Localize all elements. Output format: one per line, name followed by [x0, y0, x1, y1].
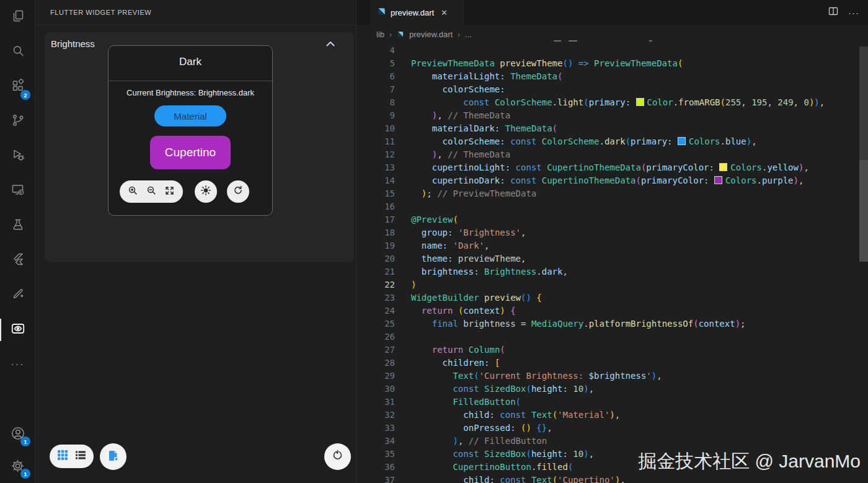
line-number: 11 — [356, 135, 395, 148]
ellipsis-icon: ··· — [11, 359, 25, 370]
code-line-30[interactable]: 30 const SizedBox(height: 10), — [356, 383, 859, 396]
close-tab-icon[interactable]: ✕ — [441, 8, 448, 17]
code-line-18[interactable]: 18 group: 'Brightness', — [356, 226, 859, 239]
code-line-27[interactable]: 27 return Column( — [356, 343, 859, 357]
code-line-4[interactable]: 4 — [356, 44, 859, 57]
split-editor-icon[interactable] — [828, 6, 838, 19]
code-line-31[interactable]: 31 FilledButton( — [356, 396, 859, 409]
code-line-34[interactable]: 34 ), // FilledButton — [356, 435, 859, 448]
code-line-28[interactable]: 28 children: [ — [356, 357, 859, 370]
breadcrumb-symbol[interactable]: ... — [465, 30, 472, 39]
breadcrumb-lib[interactable]: lib — [376, 30, 384, 39]
code-line-6[interactable]: 6 materialLight: ThemeData( — [356, 70, 859, 83]
expand-button[interactable] — [164, 185, 175, 198]
color-swatch[interactable] — [719, 163, 727, 171]
code-line-17[interactable]: 17@Preview( — [356, 213, 859, 226]
scrollbar-thumb[interactable] — [859, 160, 868, 262]
code-line-24[interactable]: 24 return (context) { — [356, 304, 859, 317]
refresh-preview-button[interactable] — [227, 180, 249, 203]
more-activity-button[interactable]: ··· — [0, 347, 35, 382]
sidebar-item-source-control[interactable] — [0, 104, 35, 139]
line-number: 19 — [356, 239, 395, 252]
code-line-22[interactable]: 22) — [356, 278, 859, 291]
code-line-37[interactable]: 37 child: const Text('Cupertino'), — [356, 474, 859, 483]
code-line-12[interactable]: 12 ), // ThemeData — [356, 148, 859, 161]
sidebar-item-code-assist[interactable] — [0, 278, 35, 312]
code-line-16[interactable]: 16 — [356, 200, 859, 213]
tab-preview-dart[interactable]: preview.dart ✕ — [371, 0, 464, 25]
code-line-29[interactable]: 29 Text('Current Brightness: $brightness… — [356, 370, 859, 383]
sidebar-item-search[interactable] — [0, 35, 35, 69]
dart-file-icon — [377, 7, 386, 19]
activity-bar: 2 — [0, 0, 35, 483]
code-line-32[interactable]: 32 child: const Text('Material'), — [356, 409, 859, 422]
line-number: 33 — [356, 422, 395, 435]
material-button[interactable]: Material — [154, 105, 226, 126]
code-editor[interactable]: 45PreviewThemeData previewTheme() => Pre… — [356, 44, 859, 483]
line-number: 10 — [356, 122, 395, 135]
collapse-group-button[interactable] — [325, 40, 336, 48]
line-number: 15 — [356, 187, 395, 200]
breadcrumb-file[interactable]: preview.dart — [409, 30, 453, 39]
code-line-25[interactable]: 25 final brightness = MediaQuery.platfor… — [356, 317, 859, 330]
sidebar-item-remote-explorer[interactable] — [0, 174, 35, 208]
code-line-8[interactable]: 8 const ColorScheme.light(primary: Color… — [356, 96, 859, 109]
file-icon — [107, 450, 120, 464]
accounts-button[interactable]: 1 — [0, 419, 35, 451]
line-number: 7 — [356, 83, 395, 96]
source-control-icon — [11, 113, 25, 130]
sidebar-item-explorer[interactable] — [0, 0, 35, 35]
preview-toolbar — [108, 180, 272, 203]
grid-view-button[interactable] — [57, 450, 68, 463]
editor-group: preview.dart ✕ ··· lib › preview.dart › … — [356, 0, 868, 483]
zoom-out-button[interactable] — [146, 185, 157, 198]
sidebar-title: FLUTTER WIDGET PREVIEW — [50, 9, 151, 16]
sidebar-item-widget-preview[interactable] — [0, 312, 35, 347]
color-swatch[interactable] — [636, 98, 644, 106]
code-line-20[interactable]: 20 theme: previewTheme, — [356, 252, 859, 265]
line-number: 30 — [356, 383, 395, 396]
more-actions-icon[interactable]: ··· — [848, 7, 859, 18]
code-line-14[interactable]: 14 cupertinoDark: const CupertinoThemeDa… — [356, 174, 859, 187]
code-line-33[interactable]: 33 onPressed: () {}, — [356, 422, 859, 435]
code-line-26[interactable]: 26 — [356, 330, 859, 343]
breadcrumb: lib › preview.dart › ... — [356, 25, 868, 44]
line-number: 14 — [356, 174, 395, 187]
code-line-13[interactable]: 13 cupertinoLight: const CupertinoThemeD… — [356, 161, 859, 174]
code-line-23[interactable]: 23WidgetBuilder preview() { — [356, 291, 859, 304]
sidebar-item-run-debug[interactable] — [0, 139, 35, 174]
cupertino-button[interactable]: Cupertino — [150, 136, 231, 169]
sidebar-item-flutter[interactable] — [0, 243, 35, 278]
line-number: 28 — [356, 357, 395, 370]
zoom-in-button[interactable] — [128, 185, 138, 198]
line-number: 21 — [356, 265, 395, 278]
code-line-19[interactable]: 19 name: 'Dark', — [356, 239, 859, 252]
color-swatch[interactable] — [714, 176, 722, 184]
line-number: 4 — [356, 44, 395, 57]
code-line-11[interactable]: 11 colorScheme: const ColorScheme.dark(p… — [356, 135, 859, 148]
tab-label: preview.dart — [391, 8, 434, 17]
list-view-button[interactable] — [75, 450, 86, 463]
clipped-line-fragment — [569, 40, 577, 42]
code-line-7[interactable]: 7 colorScheme: — [356, 83, 859, 96]
code-line-15[interactable]: 15 ); // PreviewThemeData — [356, 187, 859, 200]
toggle-brightness-button[interactable] — [195, 180, 217, 203]
line-number: 24 — [356, 304, 395, 317]
sidebar-item-extensions[interactable]: 2 — [0, 69, 35, 104]
sidebar-item-testing[interactable] — [0, 208, 35, 243]
beaker-icon — [11, 217, 25, 234]
code-line-10[interactable]: 10 materialDark: ThemeData( — [356, 122, 859, 135]
settings-button[interactable]: 1 — [0, 451, 35, 483]
restart-preview-button[interactable] — [324, 443, 351, 470]
line-number: 36 — [356, 461, 395, 474]
refresh-icon — [232, 185, 244, 198]
code-line-9[interactable]: 9 ), // ThemeData — [356, 109, 859, 122]
code-line-21[interactable]: 21 brightness: Brightness.dark, — [356, 265, 859, 278]
color-swatch[interactable] — [678, 137, 686, 145]
line-number: 13 — [356, 161, 395, 174]
code-line-5[interactable]: 5PreviewThemeData previewTheme() => Prev… — [356, 57, 859, 70]
line-number: 12 — [356, 148, 395, 161]
line-number: 18 — [356, 226, 395, 239]
open-file-button[interactable] — [100, 443, 126, 470]
extensions-badge: 2 — [20, 90, 30, 100]
